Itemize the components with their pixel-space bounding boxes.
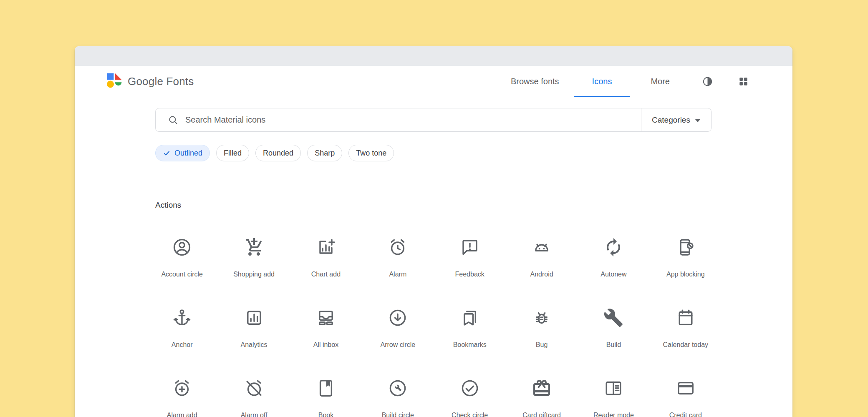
- icon-cell-feedback[interactable]: Feedback: [434, 237, 506, 308]
- icon-cell-add-chart[interactable]: Chart add: [290, 237, 362, 308]
- icon-label: App blocking: [666, 271, 705, 278]
- icon-label: Check circle: [452, 412, 488, 417]
- arrow-drop-down-icon: [695, 119, 701, 122]
- icon-cell-all-inbox[interactable]: All inbox: [290, 308, 362, 378]
- search-input[interactable]: [185, 115, 641, 125]
- account-circle-icon: [172, 237, 192, 257]
- icon-label: Alarm add: [167, 412, 197, 417]
- nav-browse-fonts[interactable]: Browse fonts: [499, 66, 571, 97]
- icon-label: Card giftcard: [522, 412, 561, 417]
- icon-label: Alarm off: [241, 412, 267, 417]
- icon-label: Credit card: [669, 412, 702, 417]
- bug-report-icon: [532, 308, 552, 328]
- arrow-circle-down-icon: [388, 308, 408, 328]
- icon-label: Calendar today: [663, 341, 709, 349]
- style-filter-chips: OutlinedFilledRoundedSharpTwo tone: [155, 145, 394, 161]
- reader-mode-icon: [603, 378, 623, 398]
- icon-label: Account circle: [161, 271, 203, 278]
- google-fonts-window: Google Fonts Browse fontsIconsMore: [75, 46, 792, 417]
- icon-cell-account-circle[interactable]: Account circle: [146, 237, 218, 308]
- google-fonts-logo[interactable]: Google Fonts: [106, 73, 194, 90]
- check-circle-icon: [460, 378, 480, 398]
- logo-text: Google Fonts: [128, 75, 194, 88]
- site-header: Google Fonts Browse fontsIconsMore: [75, 66, 792, 97]
- card-giftcard-icon: [532, 378, 552, 398]
- icon-label: Shopping add: [233, 271, 275, 278]
- icon-label: Alarm: [389, 271, 406, 278]
- search-bar[interactable]: Categories: [155, 108, 712, 132]
- icon-label: All inbox: [313, 341, 338, 349]
- icon-cell-card-giftcard[interactable]: Card giftcard: [506, 378, 578, 417]
- icon-label: Build: [606, 341, 621, 349]
- theme-toggle-icon[interactable]: [699, 73, 716, 90]
- icon-cell-bookmarks[interactable]: Bookmarks: [434, 308, 506, 378]
- icon-cell-anchor[interactable]: Anchor: [146, 308, 218, 378]
- icon-label: Reader mode: [593, 412, 634, 417]
- alarm-icon: [388, 237, 408, 257]
- icon-label: Chart add: [311, 271, 341, 278]
- chip-label: Filled: [224, 149, 242, 158]
- chip-label: Rounded: [263, 149, 293, 158]
- credit-card-icon: [676, 378, 696, 398]
- bookmarks-icon: [460, 308, 480, 328]
- categories-label: Categories: [652, 116, 690, 125]
- icon-cell-analytics[interactable]: Analytics: [218, 308, 290, 378]
- icon-label: Anchor: [172, 341, 193, 349]
- icon-cell-book[interactable]: Book: [290, 378, 362, 417]
- icon-cell-autorenew[interactable]: Autonew: [578, 237, 649, 308]
- book-icon: [316, 378, 336, 398]
- icon-cell-check-circle[interactable]: Check circle: [434, 378, 506, 417]
- icon-cell-credit-card[interactable]: Credit card: [650, 378, 722, 417]
- search-icon: [167, 114, 179, 126]
- icon-cell-alarm-off[interactable]: Alarm off: [218, 378, 290, 417]
- section-title: Actions: [155, 201, 181, 210]
- icon-cell-bug-report[interactable]: Bug: [506, 308, 578, 378]
- icon-cell-alarm[interactable]: Alarm: [362, 237, 434, 308]
- categories-dropdown[interactable]: Categories: [641, 108, 711, 131]
- build-circle-icon: [388, 378, 408, 398]
- add-shopping-cart-icon: [244, 237, 264, 257]
- add-chart-icon: [316, 237, 336, 257]
- nav-more[interactable]: More: [639, 66, 681, 97]
- icon-cell-build[interactable]: Build: [578, 308, 649, 378]
- icon-label: Book: [318, 412, 333, 417]
- autorenew-icon: [603, 237, 623, 257]
- icon-cell-reader-mode[interactable]: Reader mode: [578, 378, 649, 417]
- chip-sharp[interactable]: Sharp: [307, 145, 342, 161]
- chip-label: Two tone: [356, 149, 386, 158]
- icon-grid: Account circleShopping addChart addAlarm…: [146, 237, 722, 417]
- window-chrome-bar: [75, 46, 792, 66]
- chip-outlined[interactable]: Outlined: [155, 145, 210, 161]
- icon-cell-build-circle[interactable]: Build circle: [362, 378, 434, 417]
- icon-label: Arrow circle: [381, 341, 416, 349]
- calendar-today-icon: [676, 308, 696, 328]
- icon-cell-alarm-add[interactable]: Alarm add: [146, 378, 218, 417]
- icon-label: Autonew: [601, 271, 626, 278]
- chip-label: Sharp: [315, 149, 335, 158]
- app-blocking-icon: [676, 237, 696, 257]
- build-icon: [603, 308, 623, 328]
- icon-label: Analytics: [241, 341, 267, 349]
- icon-cell-arrow-circle-down[interactable]: Arrow circle: [362, 308, 434, 378]
- icon-label: Android: [530, 271, 553, 278]
- icon-label: Bug: [536, 341, 548, 349]
- chip-filled[interactable]: Filled: [216, 145, 249, 161]
- icon-label: Build circle: [382, 412, 414, 417]
- chip-two-tone[interactable]: Two tone: [348, 145, 394, 161]
- icon-cell-calendar-today[interactable]: Calendar today: [650, 308, 722, 378]
- icon-cell-android[interactable]: Android: [506, 237, 578, 308]
- icon-cell-add-shopping-cart[interactable]: Shopping add: [218, 237, 290, 308]
- alarm-add-icon: [172, 378, 192, 398]
- nav-icons[interactable]: Icons: [580, 66, 624, 97]
- icon-cell-app-blocking[interactable]: App blocking: [650, 237, 722, 308]
- chip-rounded[interactable]: Rounded: [255, 145, 301, 161]
- icon-label: Bookmarks: [453, 341, 487, 349]
- feedback-icon: [460, 237, 480, 257]
- google-fonts-logo-icon: [106, 73, 122, 90]
- main-nav: Browse fontsIconsMore: [499, 66, 681, 97]
- analytics-icon: [244, 308, 264, 328]
- apps-grid-icon[interactable]: [735, 73, 752, 90]
- android-icon: [532, 237, 552, 257]
- all-inbox-icon: [316, 308, 336, 328]
- alarm-off-icon: [244, 378, 264, 398]
